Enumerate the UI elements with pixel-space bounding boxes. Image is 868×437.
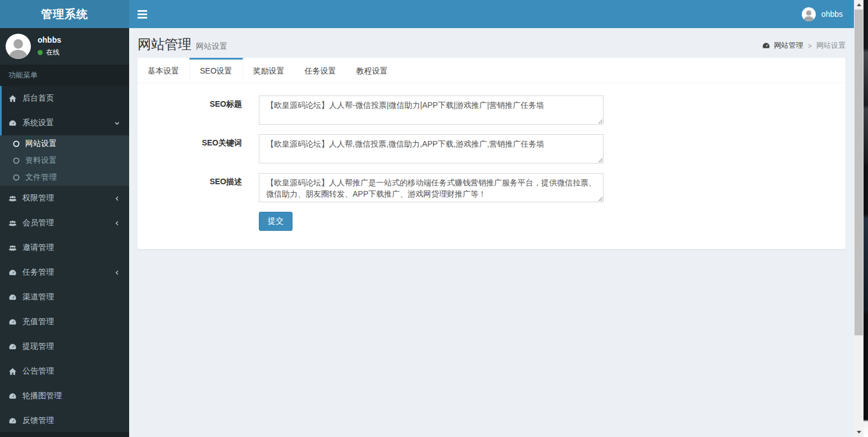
settings-card: 基本设置 SEO设置 奖励设置 任务设置 教程设置 SEO标题 【欧皇源码论坛】… (138, 58, 846, 249)
sidebar-item-label: 系统设置 (22, 118, 54, 128)
sidebar-subitem-file-management[interactable]: 文件管理 (0, 169, 129, 186)
home-icon (8, 94, 17, 103)
page-title: 网站管理 (138, 35, 191, 53)
sidebar-item-invite-management[interactable]: 邀请管理 (0, 235, 129, 260)
breadcrumb-separator: > (807, 42, 812, 50)
breadcrumb: 网站管理 > 网站设置 (762, 40, 846, 51)
submit-button[interactable]: 提交 (259, 212, 293, 231)
chevron-left-icon (113, 220, 121, 227)
seo-keywords-input[interactable]: 【欧皇源码论坛】人人帮,微信投票,微信助力,APP下载,游戏推广,营销推广任务墙 (259, 134, 604, 163)
sidebar-item-label: 轮播图管理 (22, 391, 62, 401)
system-settings-submenu: 网站设置 资料设置 文件管理 (0, 135, 129, 186)
gauge-icon (8, 268, 17, 277)
sidebar-subitem-label: 文件管理 (25, 172, 57, 183)
circle-o-icon (12, 157, 21, 165)
scrollbar-down-arrow-icon[interactable] (854, 427, 864, 437)
online-dot-icon (38, 50, 43, 55)
user-avatar (6, 34, 31, 59)
sidebar: 管理系统 ohbbs 在线 功能菜单 后台首页 (0, 0, 129, 437)
seo-description-input[interactable]: 【欧皇源码论坛】人人帮推广是一站式的移动端任务式赚钱营销推广服务平台，提供微信拉… (259, 173, 604, 202)
scrollbar-thumb[interactable] (855, 10, 863, 335)
gauge-icon (8, 342, 17, 351)
sidebar-subitem-data-settings[interactable]: 资料设置 (0, 152, 129, 169)
top-navbar: ohbbs (129, 0, 854, 28)
app-title: 管理系统 (41, 7, 88, 22)
navbar-username: ohbbs (821, 10, 843, 19)
tab-basic-settings[interactable]: 基本设置 (138, 58, 189, 83)
sidebar-item-label: 任务管理 (22, 267, 54, 277)
users-icon (8, 194, 17, 203)
breadcrumb-current: 网站设置 (816, 40, 846, 51)
users-icon (8, 219, 17, 227)
seo-title-label: SEO标题 (147, 95, 250, 125)
page-scrollbar[interactable] (854, 0, 864, 437)
sidebar-toggle-icon[interactable] (129, 0, 155, 28)
gauge-icon (762, 42, 770, 50)
tab-reward-settings[interactable]: 奖励设置 (243, 58, 295, 83)
tab-nav: 基本设置 SEO设置 奖励设置 任务设置 教程设置 (138, 58, 846, 83)
content-header: 网站管理网站设置 网站管理 > 网站设置 (129, 28, 854, 58)
gauge-icon (8, 293, 17, 302)
circle-o-icon (12, 174, 21, 182)
navbar-avatar (802, 7, 816, 21)
breadcrumb-root-link[interactable]: 网站管理 (774, 40, 803, 51)
sidebar-subitem-site-settings[interactable]: 网站设置 (0, 135, 129, 152)
menu-section-header: 功能菜单 (0, 65, 129, 86)
gauge-icon (8, 392, 17, 400)
sidebar-item-label: 充值管理 (22, 317, 54, 327)
sidebar-user-panel: ohbbs 在线 (0, 28, 129, 65)
gauge-icon (8, 119, 17, 128)
app-logo[interactable]: 管理系统 (0, 0, 129, 28)
sidebar-item-task-management[interactable]: 任务管理 (0, 260, 129, 285)
seo-settings-form: SEO标题 【欧皇源码论坛】人人帮-微信投票|微信助力|APP下载|游戏推广|营… (138, 83, 846, 249)
sidebar-item-label: 渠道管理 (22, 292, 54, 302)
sidebar-item-label: 邀请管理 (22, 243, 54, 253)
form-row-seo-title: SEO标题 【欧皇源码论坛】人人帮-微信投票|微信助力|APP下载|游戏推广|营… (147, 95, 837, 125)
sidebar-item-carousel-management[interactable]: 轮播图管理 (0, 384, 129, 408)
scrollbar-up-arrow-icon[interactable] (854, 0, 864, 10)
content-wrapper: 网站管理网站设置 网站管理 > 网站设置 基本设置 SEO设置 奖励设置 任务设… (129, 28, 854, 437)
sidebar-item-label: 公告管理 (22, 366, 54, 376)
seo-keywords-label: SEO关键词 (147, 134, 250, 163)
sidebar-item-channel-management[interactable]: 渠道管理 (0, 285, 129, 309)
seo-description-label: SEO描述 (147, 173, 250, 202)
person-icon (802, 7, 816, 21)
desktop-edge-strip (864, 0, 868, 437)
form-row-seo-keywords: SEO关键词 【欧皇源码论坛】人人帮,微信投票,微信助力,APP下载,游戏推广,… (147, 134, 837, 163)
tab-task-settings[interactable]: 任务设置 (295, 58, 346, 83)
sidebar-item-announcement-management[interactable]: 公告管理 (0, 359, 129, 384)
sidebar-item-backend-home[interactable]: 后台首页 (0, 86, 129, 111)
navbar-user-menu[interactable]: ohbbs (791, 0, 854, 28)
person-icon (6, 34, 31, 59)
chevron-left-icon (113, 269, 121, 276)
form-row-seo-description: SEO描述 【欧皇源码论坛】人人帮推广是一站式的移动端任务式赚钱营销推广服务平台… (147, 173, 837, 202)
sidebar-menu: 后台首页 系统设置 网站设置 资料设置 (0, 86, 129, 433)
sidebar-item-label: 会员管理 (22, 218, 54, 228)
sidebar-item-label: 后台首页 (22, 93, 54, 103)
sidebar-item-member-management[interactable]: 会员管理 (0, 211, 129, 235)
sidebar-subitem-label: 资料设置 (25, 156, 57, 166)
sidebar-item-withdraw-management[interactable]: 提现管理 (0, 334, 129, 359)
sidebar-username: ohbbs (38, 35, 61, 44)
gauge-icon (8, 317, 17, 326)
sidebar-item-recharge-management[interactable]: 充值管理 (0, 309, 129, 334)
chevron-down-icon (113, 120, 121, 127)
seo-title-input[interactable]: 【欧皇源码论坛】人人帮-微信投票|微信助力|APP下载|游戏推广|营销推广任务墙 (259, 95, 604, 125)
sidebar-bottom-strip (0, 432, 129, 437)
gauge-icon (8, 416, 17, 425)
page-subtitle: 网站设置 (196, 42, 227, 51)
tab-seo-settings[interactable]: SEO设置 (189, 58, 243, 83)
users-icon (8, 243, 17, 252)
home-icon (8, 367, 17, 376)
sidebar-item-system-settings[interactable]: 系统设置 (0, 111, 129, 135)
sidebar-item-label: 反馈管理 (22, 416, 54, 426)
sidebar-item-label: 权限管理 (22, 193, 54, 203)
chevron-left-icon (113, 195, 121, 202)
sidebar-item-permission-management[interactable]: 权限管理 (0, 186, 129, 211)
sidebar-subitem-label: 网站设置 (25, 139, 57, 149)
user-status-label: 在线 (46, 48, 60, 57)
user-status: 在线 (38, 48, 61, 57)
tab-tutorial-settings[interactable]: 教程设置 (346, 58, 398, 83)
sidebar-item-label: 提现管理 (22, 342, 54, 352)
sidebar-item-feedback-management[interactable]: 反馈管理 (0, 408, 129, 433)
